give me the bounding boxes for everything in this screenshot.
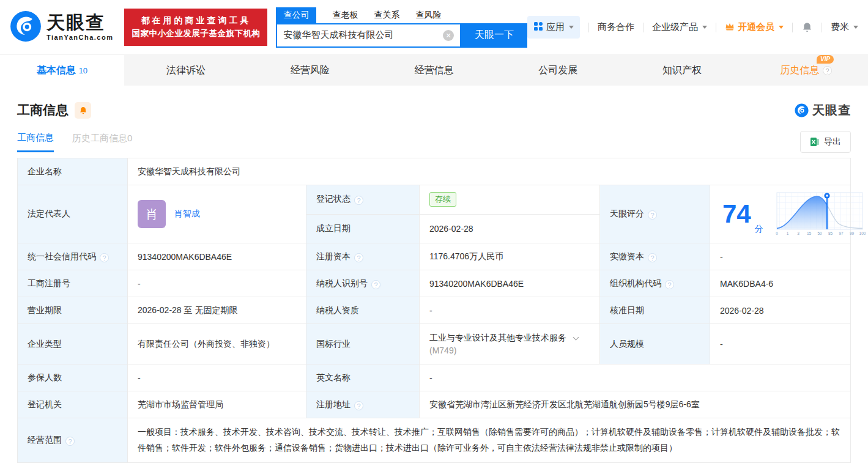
score-value: 74 — [722, 201, 751, 227]
field-label: 参保人数 — [18, 364, 128, 391]
enterprise-products-menu[interactable]: 企业级产品 — [652, 21, 707, 33]
status-badge: 存续 — [429, 192, 456, 207]
chevron-down-icon — [853, 26, 858, 29]
app-grid-icon — [533, 21, 543, 33]
search-input[interactable] — [277, 24, 460, 46]
search-tab-boss[interactable]: 查老板 — [332, 7, 358, 23]
chevron-down-icon — [779, 26, 784, 29]
tab-company-development[interactable]: 公司发展 — [496, 55, 620, 86]
reg-capital-value: 1176.4706万人民币 — [420, 243, 600, 270]
tab-operation-info-label: 经营信息 — [415, 64, 454, 77]
tab-intellectual-property[interactable]: 知识产权 — [620, 55, 744, 86]
user-menu[interactable]: 费米 — [831, 21, 858, 33]
chevron-down-icon — [569, 26, 574, 29]
svg-text:0: 0 — [776, 231, 778, 235]
tab-legal-proceedings-label: 法律诉讼 — [166, 64, 206, 77]
search-button[interactable]: 天眼一下 — [461, 23, 527, 48]
search-tab-company[interactable]: 查公司 — [276, 7, 316, 23]
help-icon[interactable] — [354, 196, 363, 205]
slogan-line1: 都在用的商业查询工具 — [132, 14, 260, 28]
score-unit: 分 — [755, 224, 763, 235]
apps-menu[interactable]: 应用 — [527, 16, 580, 39]
field-label: 国标行业 — [306, 324, 420, 364]
help-icon[interactable] — [648, 253, 657, 262]
industry-value: 工业与专业设计及其他专业技术服务 — [429, 333, 566, 342]
tab-basic-info-label: 基本信息 — [37, 64, 76, 77]
divider — [716, 23, 716, 32]
chevron-down-icon[interactable] — [573, 335, 579, 341]
search-tab-risk[interactable]: 查风险 — [415, 7, 441, 23]
help-icon[interactable] — [65, 437, 75, 446]
svg-text:15: 15 — [807, 231, 812, 235]
search-input-wrap — [276, 23, 461, 48]
search-tab-relation[interactable]: 查关系 — [374, 7, 399, 23]
search-tabs: 查公司 查老板 查关系 查风险 — [276, 7, 527, 23]
divider — [643, 23, 644, 32]
svg-text:1: 1 — [786, 231, 788, 235]
chevron-down-icon — [702, 26, 707, 29]
main-content: 工商信息 天眼查 工商信息 历史工商信息0 — [0, 102, 868, 463]
excel-icon — [810, 137, 820, 147]
company-name-value: 安徽华智天成科技有限公司 — [128, 158, 851, 185]
help-icon[interactable] — [823, 66, 832, 75]
vip-badge: VIP — [817, 55, 834, 64]
enterprise-products-label: 企业级产品 — [652, 21, 698, 33]
open-vip-menu[interactable]: 开通会员 — [725, 21, 784, 33]
divider — [792, 23, 793, 32]
help-icon[interactable] — [648, 210, 657, 220]
top-bar: 天眼查 TianYanCha.com 都在用的商业查询工具 国家中小企业发展子基… — [0, 0, 868, 55]
username-label: 费米 — [831, 21, 849, 33]
subtab-business-info[interactable]: 工商信息 — [17, 132, 54, 152]
divider — [588, 23, 589, 32]
field-label: 纳税人资质 — [306, 297, 420, 324]
help-icon[interactable] — [100, 253, 109, 262]
tab-company-development-label: 公司发展 — [538, 64, 577, 77]
score-cell: 74 分 — [710, 185, 851, 243]
notification-bell[interactable] — [801, 21, 813, 33]
business-info-table: 企业名称 安徽华智天成科技有限公司 法定代表人 肖 肖智成 登记状态 存续 天眼… — [17, 158, 851, 463]
establish-date-value: 2026-02-28 — [420, 214, 600, 243]
business-term-value: 2026-02-28 至 无固定期限 — [128, 297, 306, 324]
reg-status-cell: 存续 — [420, 185, 600, 215]
svg-text:3: 3 — [797, 231, 799, 235]
clear-search-icon[interactable] — [443, 30, 454, 41]
tianyancha-swirl-icon — [795, 103, 809, 117]
taxpayer-quality-value: - — [420, 297, 600, 324]
tab-operation-risk[interactable]: 经营风险 — [248, 55, 372, 86]
section-title: 工商信息 — [17, 102, 69, 119]
field-label: 注册资本 — [306, 243, 420, 270]
tab-operation-info[interactable]: 经营信息 — [372, 55, 496, 86]
help-icon[interactable] — [354, 253, 363, 262]
tianyancha-logo[interactable]: 天眼查 TianYanCha.com — [10, 10, 113, 45]
field-label: 企业名称 — [18, 158, 128, 185]
help-icon[interactable] — [665, 280, 674, 289]
field-label: 实缴资本 — [600, 243, 710, 270]
score-distribution-chart: 0 1 3 15 50 85 97 99 100 — [773, 190, 866, 238]
svg-text:100: 100 — [859, 231, 866, 235]
field-label: 核准日期 — [600, 297, 710, 324]
subtab-history-business-info[interactable]: 历史工商信息0 — [72, 133, 132, 151]
business-coop-menu[interactable]: 商务合作 — [598, 21, 634, 33]
legal-rep-cell: 肖 肖智成 — [128, 185, 306, 243]
svg-text:50: 50 — [817, 231, 822, 235]
field-label: 纳税人识别号 — [306, 270, 420, 297]
help-icon[interactable] — [354, 401, 363, 410]
export-button[interactable]: 导出 — [800, 131, 851, 153]
tab-history-info-label: 历史信息 — [780, 65, 819, 75]
tianyancha-swirl-icon — [10, 10, 42, 45]
tab-history-info[interactable]: 历史信息 VIP — [744, 55, 868, 86]
divider — [822, 23, 822, 32]
subscribe-bell-button[interactable] — [75, 102, 91, 119]
svg-text:97: 97 — [839, 231, 844, 235]
help-icon[interactable] — [371, 280, 380, 289]
tab-operation-risk-label: 经营风险 — [291, 64, 330, 77]
field-label: 营业期限 — [18, 297, 128, 324]
insured-count-value: - — [128, 364, 306, 391]
field-label: 统一社会信用代码 — [18, 243, 128, 270]
tab-intellectual-property-label: 知识产权 — [662, 64, 702, 77]
legal-rep-avatar[interactable]: 肖 — [138, 200, 166, 228]
tab-legal-proceedings[interactable]: 法律诉讼 — [124, 55, 248, 86]
legal-rep-link[interactable]: 肖智成 — [174, 209, 200, 220]
tab-basic-info[interactable]: 基本信息 10 — [0, 55, 124, 86]
credit-code-value: 91340200MAK6DBA46E — [128, 243, 306, 270]
